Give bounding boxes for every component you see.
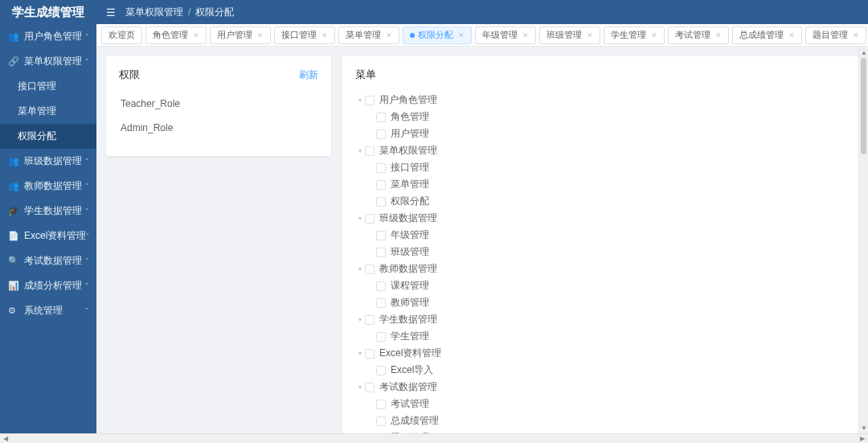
tree-node-label[interactable]: 角色管理 [391,109,429,125]
tab-close-icon[interactable]: ✕ [458,31,465,39]
tabs-bar: 欢迎页角色管理✕用户管理✕接口管理✕菜单管理✕权限分配✕年级管理✕班级管理✕学生… [96,24,868,47]
tree-node-label[interactable]: 班级管理 [391,244,429,260]
tree-node-checkbox[interactable] [376,281,386,291]
tab-label: 接口管理 [281,29,317,41]
tree-node-checkbox[interactable] [365,146,375,156]
tree-node-label[interactable]: 班级数据管理 [379,210,437,227]
tree-node-checkbox[interactable] [376,248,386,257]
tab[interactable]: 题目管理✕ [805,27,866,44]
sidebar-item[interactable]: 权限分配 [0,124,96,149]
expander-icon[interactable]: ▾ [355,379,365,396]
tree-node-checkbox[interactable] [365,214,375,224]
tree-node-label[interactable]: 菜单权限管理 [379,142,437,159]
tab-close-icon[interactable]: ✕ [193,31,199,39]
tree-node-label[interactable]: 学生管理 [391,328,429,345]
sidebar-group-label: 班级数据管理 [24,154,82,168]
tree-node-checkbox[interactable] [376,332,386,342]
tree-node-label[interactable]: 权限分配 [391,193,429,210]
sidebar-item[interactable]: 菜单管理 [0,99,96,124]
breadcrumb-item[interactable]: 菜单权限管理 [125,6,183,19]
tab[interactable]: 欢迎页 [101,27,142,44]
tree-node-label[interactable]: 考试管理 [391,396,429,412]
tree-node-label[interactable]: 教师数据管理 [379,260,437,277]
sidebar-group[interactable]: 🔗菜单权限管理˄ [0,49,96,74]
sidebar-group[interactable]: 👥用户角色管理˅ [0,24,96,49]
tree-node-checkbox[interactable] [376,163,386,173]
tree-node-label[interactable]: 教师管理 [391,294,429,311]
tab-close-icon[interactable]: ✕ [522,31,529,39]
tree-node-label[interactable]: 接口管理 [391,159,429,176]
tab[interactable]: 考试管理✕ [668,27,729,44]
refresh-link[interactable]: 刷新 [299,68,318,82]
tree-node-label[interactable]: 用户角色管理 [379,92,437,109]
sidebar-group[interactable]: 🎓学生数据管理˅ [0,199,96,224]
vertical-scrollbar[interactable]: ▲ ▼ [858,47,868,433]
tab-close-icon[interactable]: ✕ [853,31,859,39]
tree-node-checkbox[interactable] [365,265,375,274]
tab[interactable]: 学生管理✕ [604,27,665,44]
expander-icon[interactable]: ▾ [355,92,365,109]
sidebar-group[interactable]: 📊成绩分析管理˅ [0,273,96,298]
sidebar-group[interactable]: 🔍考试数据管理˅ [0,248,96,273]
tree-node-label[interactable]: Excel导入 [391,362,433,379]
tree-node-label[interactable]: Excel资料管理 [379,345,441,362]
tree-node-label[interactable]: 用户管理 [391,125,429,142]
expander-icon[interactable]: ▾ [355,260,365,277]
role-item[interactable]: Teacher_Role [119,92,318,116]
tree-node-checkbox[interactable] [376,113,386,122]
tab[interactable]: 总成绩管理✕ [732,27,802,44]
tab-close-icon[interactable]: ✕ [257,31,264,39]
role-item[interactable]: Admin_Role [119,116,318,140]
scroll-up-arrow-icon[interactable]: ▲ [859,47,868,58]
tree-node-label[interactable]: 总成绩管理 [391,412,439,429]
tab-close-icon[interactable]: ✕ [788,31,795,39]
sidebar-group[interactable]: ⚙系统管理˅ [0,298,96,323]
tree-node-checkbox[interactable] [365,315,375,325]
sidebar-group[interactable]: 👥班级数据管理˅ [0,149,96,174]
tree-node-checkbox[interactable] [376,197,386,207]
tab[interactable]: 权限分配✕ [403,27,472,44]
tree-node-label[interactable]: 学生数据管理 [379,311,437,328]
menu-tree-panel: 菜单 ▾用户角色管理角色管理查询新增编辑删除用户管理查询新增编辑删除▾菜单权限管… [342,56,868,433]
scroll-down-arrow-icon[interactable]: ▼ [859,422,868,433]
tree-node-label[interactable]: 课程管理 [391,277,429,294]
tree-node-checkbox[interactable] [376,298,386,308]
tree-node-label[interactable]: 年级管理 [391,227,429,244]
tab-close-icon[interactable]: ✕ [386,31,392,39]
tree-node-checkbox[interactable] [376,400,386,409]
tab[interactable]: 用户管理✕ [210,27,271,44]
expander-icon[interactable]: ▾ [355,345,365,362]
expander-icon[interactable]: ▾ [355,142,365,159]
scrollbar-thumb[interactable] [861,58,866,154]
tab[interactable]: 角色管理✕ [145,27,207,44]
sidebar-item[interactable]: 接口管理 [0,74,96,99]
tree-node-checkbox[interactable] [365,349,375,359]
tree-node-label[interactable]: 考试数据管理 [379,379,437,396]
tab-close-icon[interactable]: ✕ [587,31,593,39]
expander-icon[interactable]: ▾ [355,311,365,328]
expander-icon[interactable]: ▾ [355,210,365,227]
tab[interactable]: 菜单管理✕ [338,27,399,44]
sidebar-group[interactable]: 📄Excel资料管理˅ [0,224,96,248]
tab[interactable]: 接口管理✕ [274,27,335,44]
tab[interactable]: 年级管理✕ [475,27,536,44]
tab-close-icon[interactable]: ✕ [715,31,722,39]
tree-node-checkbox[interactable] [365,383,375,392]
scroll-right-arrow-icon[interactable]: ▶ [857,434,868,444]
tab-close-icon[interactable]: ✕ [321,31,328,39]
tree-node-checkbox[interactable] [376,416,386,426]
tree-node-checkbox[interactable] [376,129,386,139]
tree-node-checkbox[interactable] [376,180,386,190]
tree-node-label[interactable]: 菜单管理 [391,176,429,193]
horizontal-scrollbar[interactable]: ◀ ▶ [0,433,868,443]
scroll-left-arrow-icon[interactable]: ◀ [0,434,11,444]
sidebar-group[interactable]: 👥教师数据管理˅ [0,174,96,199]
hamburger-icon[interactable]: ☰ [106,6,116,18]
chevron-down-icon: ˅ [85,307,88,314]
tab[interactable]: 班级管理✕ [539,27,600,44]
tab-close-icon[interactable]: ✕ [651,31,657,39]
tree-node-checkbox[interactable] [365,96,375,105]
tree-node-checkbox[interactable] [376,231,386,240]
tree-node-checkbox[interactable] [376,366,386,375]
tab-label: 年级管理 [482,29,518,41]
